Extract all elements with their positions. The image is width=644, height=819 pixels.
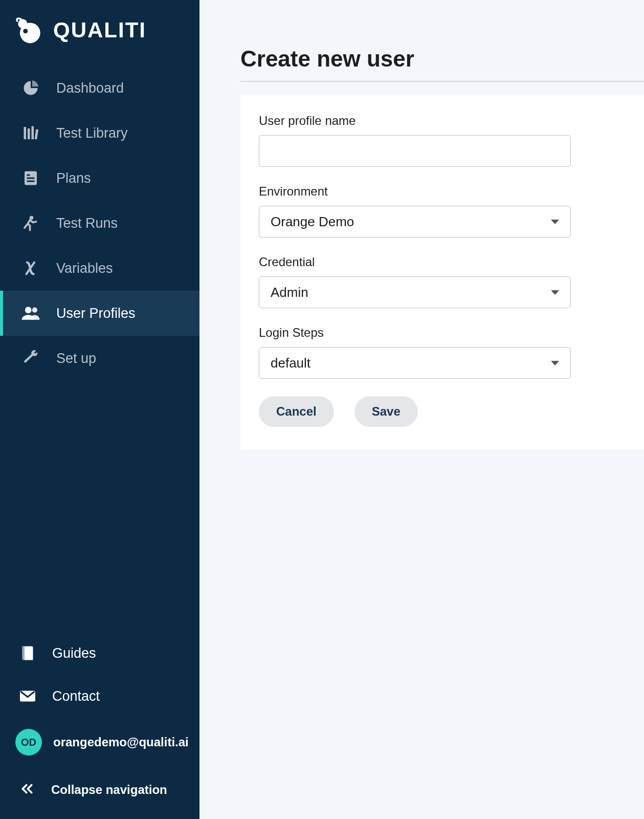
chevron-down-icon <box>551 361 559 365</box>
chevron-down-icon <box>551 220 559 224</box>
input-profile-name[interactable] <box>259 135 571 167</box>
field-login-steps: Login Steps default <box>259 326 626 379</box>
field-profile-name: User profile name <box>259 114 626 167</box>
svg-rect-4 <box>28 128 30 139</box>
nav-item-variables[interactable]: Variables <box>0 246 199 291</box>
label-profile-name: User profile name <box>259 114 626 128</box>
select-value: Admin <box>271 285 308 300</box>
cancel-button[interactable]: Cancel <box>259 396 334 427</box>
plans-icon <box>20 168 41 188</box>
runs-icon <box>20 213 41 233</box>
svg-point-2 <box>23 29 28 33</box>
select-value: default <box>271 355 310 371</box>
contact-icon <box>17 686 38 706</box>
nav-label: Plans <box>56 170 91 186</box>
svg-point-13 <box>32 308 37 313</box>
select-login-steps[interactable]: default <box>259 347 571 379</box>
nav-item-guides[interactable]: Guides <box>0 632 199 675</box>
nav-label: Contact <box>52 688 100 704</box>
sidebar: QUALITI Dashboard Test Library Plans Tes… <box>0 0 199 819</box>
brand-logo[interactable]: QUALITI <box>0 0 199 66</box>
svg-rect-14 <box>23 646 25 660</box>
nav-label: Set up <box>56 351 96 367</box>
collapse-navigation[interactable]: Collapse navigation <box>0 767 199 804</box>
select-environment[interactable]: Orange Demo <box>259 206 571 238</box>
page-title: Create new user <box>240 46 644 82</box>
logo-icon <box>14 15 44 45</box>
svg-rect-6 <box>35 129 38 139</box>
nav-item-plans[interactable]: Plans <box>0 156 199 201</box>
nav-item-user-profiles[interactable]: User Profiles <box>0 291 199 336</box>
variables-icon <box>20 258 41 278</box>
field-environment: Environment Orange Demo <box>259 184 626 238</box>
nav-label: Variables <box>56 261 113 276</box>
sidebar-bottom: Guides Contact OD orangedemo@qualiti.ai … <box>0 632 199 819</box>
guides-icon <box>17 643 38 663</box>
account-menu[interactable]: OD orangedemo@qualiti.ai <box>0 718 199 767</box>
save-button[interactable]: Save <box>354 396 418 427</box>
library-icon <box>20 123 41 143</box>
label-login-steps: Login Steps <box>259 326 626 340</box>
main-content: Create new user User profile name Enviro… <box>199 0 644 819</box>
brand-name: QUALITI <box>53 18 146 42</box>
dashboard-icon <box>20 78 41 98</box>
nav-label: Test Library <box>56 125 128 141</box>
select-credential[interactable]: Admin <box>259 276 571 308</box>
label-credential: Credential <box>259 255 626 269</box>
account-email: orangedemo@qualiti.ai <box>53 735 189 749</box>
collapse-label: Collapse navigation <box>51 783 167 797</box>
nav-label: Guides <box>52 645 96 661</box>
chevrons-left-icon <box>19 781 37 799</box>
svg-rect-9 <box>27 178 35 179</box>
field-credential: Credential Admin <box>259 255 626 308</box>
user-profiles-icon <box>20 303 41 324</box>
svg-point-1 <box>18 19 27 28</box>
label-environment: Environment <box>259 184 626 199</box>
nav-item-test-runs[interactable]: Test Runs <box>0 201 199 246</box>
svg-rect-5 <box>32 126 34 140</box>
svg-point-12 <box>25 307 32 313</box>
setup-icon <box>20 348 41 369</box>
svg-rect-10 <box>27 181 35 182</box>
chevron-down-icon <box>551 290 559 295</box>
form-actions: Cancel Save <box>259 396 626 427</box>
nav-item-test-library[interactable]: Test Library <box>0 111 199 156</box>
nav-label: Test Runs <box>56 215 118 231</box>
nav-label: User Profiles <box>56 306 136 321</box>
svg-point-11 <box>30 216 34 220</box>
primary-nav: Dashboard Test Library Plans Test Runs V… <box>0 66 199 632</box>
avatar: OD <box>15 729 42 756</box>
nav-item-contact[interactable]: Contact <box>0 675 199 718</box>
svg-rect-3 <box>24 127 27 139</box>
nav-label: Dashboard <box>56 80 124 96</box>
nav-item-set-up[interactable]: Set up <box>0 336 199 381</box>
svg-rect-8 <box>27 175 30 176</box>
create-user-form: User profile name Environment Orange Dem… <box>240 95 644 449</box>
select-value: Orange Demo <box>271 214 354 230</box>
nav-item-dashboard[interactable]: Dashboard <box>0 66 199 111</box>
